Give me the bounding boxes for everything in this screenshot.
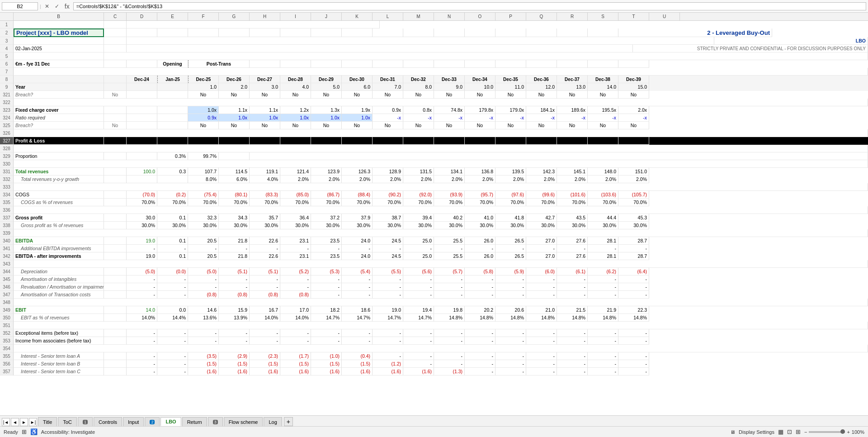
col-header-p[interactable]: P: [495, 13, 526, 20]
date-cell: 02-Jan-2025: [14, 45, 104, 52]
row-321: 321 Breach? No No No No No No No No No N…: [0, 91, 868, 99]
tab-return[interactable]: Return: [182, 417, 207, 426]
row-350: 350 EBIT as % of revenues 14.0% 14.4% 13…: [0, 314, 868, 322]
row-339: 339: [0, 229, 868, 237]
tab-nav-first[interactable]: |◄: [2, 418, 10, 426]
display-settings-icon[interactable]: 🖥: [730, 429, 735, 435]
tab-flow-scheme[interactable]: Flow scheme: [224, 417, 263, 426]
tab-2[interactable]: 2: [145, 417, 160, 426]
col-header-b[interactable]: B: [14, 13, 104, 20]
row-6: 6 €m - fye 31 Dec Opening Post-Trans: [0, 60, 868, 68]
tab-3[interactable]: 3: [208, 417, 223, 426]
col-header-k[interactable]: K: [342, 13, 373, 20]
add-sheet-button[interactable]: +: [284, 417, 293, 426]
row-329: 329 Proportion 0.3% 99.7%: [0, 152, 868, 160]
col-header-q[interactable]: Q: [526, 13, 557, 20]
tab-log[interactable]: Log: [264, 417, 282, 426]
row-3: 3 LBO: [0, 37, 868, 45]
row-8: 8 Dec-24 Jan-25 Dec-25 Dec-26 Dec-27 Dec…: [0, 76, 868, 83]
col-header-i[interactable]: I: [280, 13, 311, 20]
page-layout-icon[interactable]: ⊡: [787, 428, 792, 435]
row-346: 346 Revaluation / Amortisation or impair…: [0, 283, 868, 291]
display-settings-text[interactable]: Display Settings: [739, 429, 774, 435]
row-330: 330: [0, 160, 868, 168]
fixed-charge-cover-label: Fixed charge cover: [14, 106, 104, 114]
row-344: 344 Depreciation (5.0) (0.0) (5.0) (5.1)…: [0, 268, 868, 276]
zoom-out-icon[interactable]: −: [804, 429, 807, 435]
col-header-r[interactable]: R: [557, 13, 588, 20]
row-348: 348: [0, 299, 868, 306]
project-title[interactable]: Project [xxx] - LBO model: [14, 28, 104, 37]
lbo-title: 2 - Leveraged Buy-Out: [618, 28, 772, 37]
col-header-e[interactable]: E: [157, 13, 188, 20]
row-351: 351: [0, 322, 868, 329]
row-328: 328: [0, 145, 868, 152]
row-5: 5: [0, 52, 868, 60]
workbook-stats-icon: ⊞: [22, 428, 27, 435]
row-336: 336: [0, 206, 868, 214]
col-header-d[interactable]: D: [127, 13, 157, 20]
col-header-h[interactable]: H: [250, 13, 280, 20]
page-break-icon[interactable]: ⊞: [796, 428, 801, 435]
col-header-t[interactable]: T: [618, 13, 649, 20]
row-340: 340 EBITDA 19.0 0.1 20.5 21.8 22.6 23.1 …: [0, 237, 868, 245]
status-bar: Ready ⊞ ♿ Accessibility: Investigate 🖥 D…: [0, 426, 868, 437]
col-header-u[interactable]: U: [649, 13, 680, 20]
fx-icon: fx: [63, 3, 71, 10]
row-9: 9 Year 1.0 2.0 3.0 4.0 5.0 6.0 7.0 8.0 9…: [0, 83, 868, 91]
col-header-o[interactable]: O: [465, 13, 495, 20]
formula-bar-divider: |: [40, 4, 41, 9]
row-341: 341 Additional EBITDA improvements - - -…: [0, 245, 868, 252]
tab-lbo[interactable]: LBO: [160, 417, 181, 426]
zoom-in-icon[interactable]: +: [847, 429, 849, 435]
tab-input[interactable]: Input: [123, 417, 144, 426]
row-349: 349 EBIT 14.0 0.0 14.6 15.9 16.7 17.0 18…: [0, 306, 868, 314]
tab-1[interactable]: 1: [78, 417, 93, 426]
accessibility-text[interactable]: Accessibility: Investigate: [41, 429, 95, 435]
opening-label: Opening: [157, 60, 188, 68]
profit-loss-header: Profit & Loss: [14, 137, 104, 145]
row-357: 357 Interest - Senior term loan C - - (1…: [0, 368, 868, 375]
col-header-s[interactable]: S: [588, 13, 618, 20]
tab-nav-prev[interactable]: ◄: [11, 418, 19, 426]
tab-nav-last[interactable]: ►|: [29, 418, 37, 426]
row-345: 345 Amortisation of intangibles - - - - …: [0, 276, 868, 283]
currency-label: €m - fye 31 Dec: [14, 60, 104, 68]
formula-input[interactable]: =Controls!$K$12&" - "&Controls!$K$13: [73, 2, 866, 10]
col-header-j[interactable]: J: [311, 13, 342, 20]
confirm-formula-button[interactable]: ✓: [53, 2, 61, 10]
row-338: 338 Gross profit as % of revenues 30.0% …: [0, 222, 868, 229]
row-347: 347 Amortisation of Transaction costs - …: [0, 291, 868, 299]
col-header-n[interactable]: N: [434, 13, 465, 20]
tab-controls[interactable]: Controls: [94, 417, 122, 426]
row-7: 7: [0, 68, 868, 76]
row-332: 332 Total revenues y-o-y growth 8.0% 6.0…: [0, 176, 868, 183]
col-header-c[interactable]: C: [104, 13, 127, 20]
row-335: 335 COGS as % of revenues 70.0% 70.0% 70…: [0, 199, 868, 206]
tab-toc[interactable]: ToC: [58, 417, 77, 426]
row-356: 356 Interest - Senior term loan B - - (1…: [0, 360, 868, 368]
row-342: 342 EBITDA - after improvements 19.0 0.1…: [0, 252, 868, 260]
tab-title[interactable]: Title: [38, 417, 57, 426]
row-323: 323 Fixed charge cover 1.0x 1.1x 1.1x 1.…: [0, 106, 868, 114]
normal-view-icon[interactable]: ▦: [778, 428, 783, 435]
row-337: 337 Gross profit 30.0 0.1 32.3 34.3 35.7…: [0, 214, 868, 222]
col-header-m[interactable]: M: [403, 13, 434, 20]
accessibility-icon[interactable]: ♿: [30, 428, 38, 435]
column-headers-row: B C D E F G H I J K L M N O P Q R S T U: [0, 13, 868, 21]
zoom-percentage: 100%: [852, 429, 864, 435]
row-353: 353 Income from associates (before tax) …: [0, 337, 868, 345]
row-331: 331 Total revenues 100.0 0.3 107.7 114.5…: [0, 168, 868, 176]
cell-reference-box[interactable]: B2: [2, 2, 38, 10]
post-trans-label: Post-Trans: [188, 60, 250, 68]
col-header-l[interactable]: L: [373, 13, 403, 20]
cancel-formula-button[interactable]: ✕: [43, 2, 51, 10]
tab-nav-next[interactable]: ►: [20, 418, 28, 426]
row-327-section: 327 Profit & Loss: [0, 137, 868, 145]
confidential-text: STRICTLY PRIVATE AND CONFIDENTIAL - FOR …: [633, 45, 868, 52]
spreadsheet-area[interactable]: 1 2 Project [xxx] - LBO model: [0, 21, 868, 431]
col-header-g[interactable]: G: [219, 13, 250, 20]
zoom-controls[interactable]: − + 100%: [804, 429, 864, 435]
col-header-f[interactable]: F: [188, 13, 219, 20]
row-2: 2 Project [xxx] - LBO model 2 - Leverage…: [0, 28, 868, 37]
